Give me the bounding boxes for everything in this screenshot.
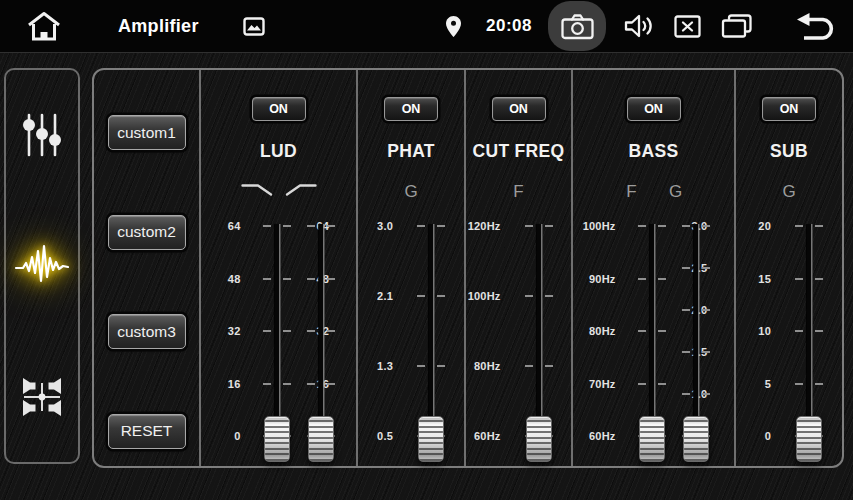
close-icon[interactable] bbox=[674, 15, 701, 38]
tick-mark bbox=[437, 295, 445, 297]
tick-mark bbox=[795, 225, 803, 227]
page-title: Amplifier bbox=[118, 16, 199, 37]
column-title-phat: PHAT bbox=[358, 141, 464, 162]
tick-mark bbox=[638, 225, 646, 227]
gain-label-phat-0: G bbox=[404, 182, 417, 202]
tick-mark bbox=[702, 225, 710, 227]
slider-lud-1[interactable] bbox=[257, 215, 297, 462]
on-button-bass[interactable]: ON bbox=[627, 97, 681, 121]
slider-knob[interactable] bbox=[683, 416, 709, 462]
slider-row: 100Hz90Hz80Hz70Hz60Hz3.02.52.01.51.00.5 bbox=[573, 215, 734, 462]
on-button-lud[interactable]: ON bbox=[252, 97, 306, 121]
slider-row: 120Hz100Hz80Hz60Hz bbox=[466, 215, 571, 462]
slider-knob[interactable] bbox=[308, 416, 334, 462]
tick-mark bbox=[702, 267, 710, 269]
tick-label: 60Hz bbox=[453, 428, 501, 444]
back-icon[interactable] bbox=[795, 11, 839, 41]
tick-mark bbox=[702, 393, 710, 395]
tick-mark bbox=[682, 309, 690, 311]
presets-column: custom1custom2custom3RESET bbox=[94, 70, 201, 466]
tick-label: 5 bbox=[723, 376, 771, 392]
tick-label: 10 bbox=[723, 323, 771, 339]
slider-row: 3.02.11.30.5 bbox=[358, 215, 464, 462]
tick-mark bbox=[815, 383, 823, 385]
tick-mark bbox=[638, 330, 646, 332]
on-button-sub[interactable]: ON bbox=[762, 97, 816, 121]
tick-mark bbox=[327, 330, 335, 332]
preset-button-reset[interactable]: RESET bbox=[108, 414, 186, 449]
tick-label: 0 bbox=[723, 428, 771, 444]
clock: 20:08 bbox=[486, 16, 532, 36]
tick-mark bbox=[658, 330, 666, 332]
gain-label-sub-0: G bbox=[782, 182, 795, 202]
tick-mark bbox=[638, 383, 646, 385]
topbar: Amplifier 20:08 bbox=[0, 0, 853, 52]
tick-label: 48 bbox=[193, 271, 241, 287]
tick-mark bbox=[682, 393, 690, 395]
sidebar-item-sound-effects[interactable] bbox=[11, 235, 73, 297]
tick-label: 3.0 bbox=[345, 218, 393, 234]
tick-label: 20 bbox=[723, 218, 771, 234]
amplifier-screen: Amplifier 20:08 custom1custom2custom3RES… bbox=[0, 0, 853, 500]
slider-knob[interactable] bbox=[526, 416, 552, 462]
tick-mark bbox=[658, 383, 666, 385]
image-icon[interactable] bbox=[243, 17, 265, 36]
slider-knob[interactable] bbox=[418, 416, 444, 462]
gain-label-cut-freq-0: F bbox=[513, 182, 523, 202]
column-title-cut-freq: CUT FREQ bbox=[466, 141, 571, 162]
tick-mark bbox=[437, 365, 445, 367]
camera-icon[interactable] bbox=[548, 1, 606, 51]
tick-label: 100Hz bbox=[568, 218, 616, 234]
tick-label: 60Hz bbox=[568, 428, 616, 444]
slider-cut-freq[interactable] bbox=[519, 215, 559, 462]
sidebar-item-balance-fader[interactable] bbox=[11, 366, 73, 428]
tick-mark bbox=[525, 295, 533, 297]
tick-mark bbox=[658, 278, 666, 280]
home-icon[interactable] bbox=[26, 11, 62, 41]
tick-mark bbox=[263, 278, 271, 280]
tick-mark bbox=[307, 225, 315, 227]
preset-button-custom3[interactable]: custom3 bbox=[108, 314, 186, 349]
slider-knob[interactable] bbox=[264, 416, 290, 462]
slider-bass-2[interactable] bbox=[676, 215, 716, 462]
tick-label: 120Hz bbox=[453, 218, 501, 234]
slider-lud-2[interactable] bbox=[301, 215, 341, 462]
tick-mark bbox=[327, 225, 335, 227]
sidebar bbox=[4, 68, 80, 464]
tick-label: 32 bbox=[193, 323, 241, 339]
tick-label: 80Hz bbox=[453, 358, 501, 374]
volume-icon[interactable] bbox=[624, 13, 654, 39]
tick-mark bbox=[327, 278, 335, 280]
tick-mark bbox=[283, 383, 291, 385]
tick-mark bbox=[437, 225, 445, 227]
tick-mark bbox=[283, 330, 291, 332]
on-button-phat[interactable]: ON bbox=[384, 97, 438, 121]
sidebar-item-equalizer[interactable] bbox=[11, 104, 73, 166]
slider-knob[interactable] bbox=[796, 416, 822, 462]
tick-mark bbox=[307, 330, 315, 332]
tick-mark bbox=[702, 309, 710, 311]
tick-label: 90Hz bbox=[568, 271, 616, 287]
preset-button-custom2[interactable]: custom2 bbox=[108, 215, 186, 250]
slider-bass-1[interactable] bbox=[632, 215, 672, 462]
slider-sub[interactable] bbox=[789, 215, 829, 462]
tick-mark bbox=[638, 278, 646, 280]
tick-mark bbox=[658, 225, 666, 227]
preset-button-custom1[interactable]: custom1 bbox=[108, 115, 186, 150]
tick-mark bbox=[307, 383, 315, 385]
tick-mark bbox=[417, 365, 425, 367]
slider-phat[interactable] bbox=[411, 215, 451, 462]
tick-mark bbox=[263, 383, 271, 385]
highpass-curve-icon bbox=[285, 182, 317, 197]
tick-mark bbox=[795, 383, 803, 385]
column-title-sub: SUB bbox=[736, 141, 842, 162]
tick-mark bbox=[815, 225, 823, 227]
header-row: FG bbox=[573, 182, 734, 206]
tick-label: 80Hz bbox=[568, 323, 616, 339]
tick-mark bbox=[815, 330, 823, 332]
slider-knob[interactable] bbox=[639, 416, 665, 462]
recent-apps-icon[interactable] bbox=[721, 14, 753, 39]
on-button-cut-freq[interactable]: ON bbox=[492, 97, 546, 121]
tick-mark bbox=[682, 225, 690, 227]
tick-mark bbox=[283, 278, 291, 280]
